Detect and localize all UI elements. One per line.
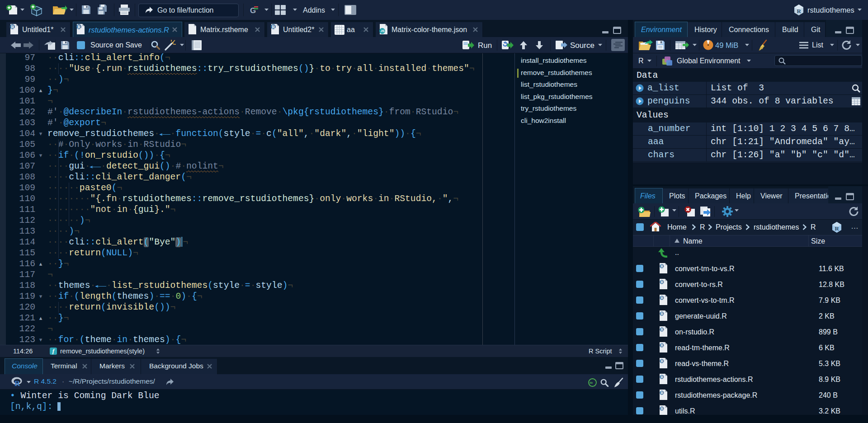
svg-text:R: R: [660, 390, 664, 395]
svg-text:R: R: [835, 225, 840, 232]
svg-text:R: R: [660, 359, 664, 363]
svg-text:R: R: [77, 24, 81, 29]
svg-text:∞: ∞: [590, 380, 593, 385]
svg-text:R: R: [660, 327, 664, 332]
svg-text:JS: JS: [380, 29, 384, 33]
svg-text:R: R: [660, 311, 664, 316]
svg-text:R: R: [11, 24, 14, 29]
svg-text:R: R: [660, 375, 664, 379]
svg-text:R: R: [272, 24, 275, 29]
svg-text:R: R: [660, 296, 664, 300]
svg-text:R: R: [660, 264, 664, 268]
svg-text:R: R: [660, 406, 664, 411]
svg-text:R: R: [660, 280, 664, 284]
svg-text:G: G: [250, 6, 256, 15]
svg-text:R: R: [660, 343, 664, 348]
svg-text:R: R: [14, 379, 20, 387]
svg-text:R: R: [797, 8, 802, 14]
